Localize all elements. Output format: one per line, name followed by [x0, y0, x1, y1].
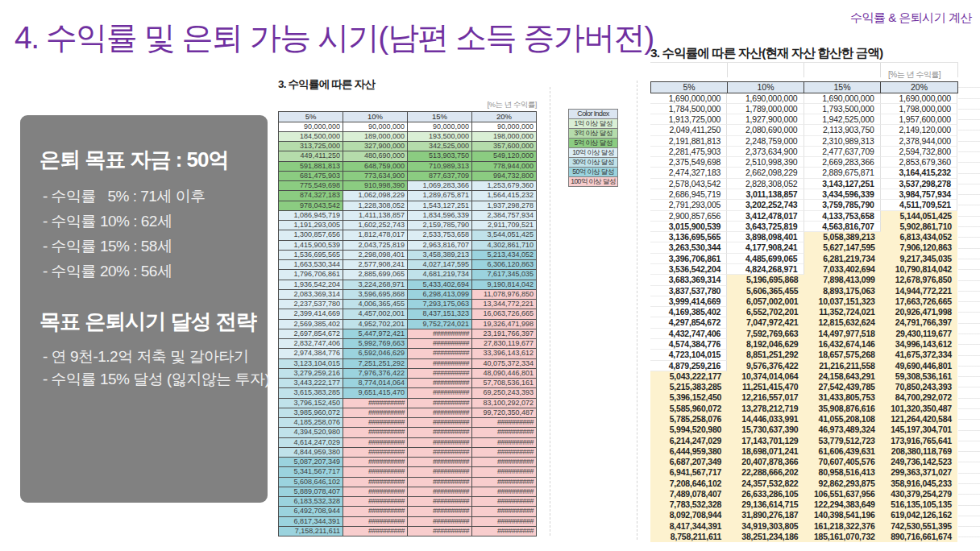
- table-cell: 890,716,661,674: [881, 532, 957, 542]
- table-row: 8,092,708,94431,890,276,187140,398,541,1…: [650, 510, 958, 520]
- table-cell: 5,889,078,407: [279, 487, 343, 497]
- table-cell: 1,793,500,000: [804, 104, 881, 114]
- table-cell: 8,192,046,629: [727, 339, 804, 350]
- list-item: - 수익률 5% : 71세 이후: [43, 184, 260, 209]
- table-row: 3,615,383,2859,651,415,470##########69,2…: [279, 388, 537, 398]
- table-cell: 7,783,532,328: [650, 499, 727, 510]
- table-cell: 1,812,478,017: [343, 230, 408, 240]
- table-cell: 1,086,945,719: [279, 211, 343, 221]
- table-cell: 3,279,259,216: [279, 369, 343, 379]
- table-cell: 327,900,000: [343, 142, 408, 151]
- table-row: 7,158,211,611###########################…: [279, 527, 537, 536]
- table-cell: ##########: [408, 487, 472, 497]
- table-cell: 1,784,500,000: [650, 104, 727, 114]
- table-cell: 5,608,646,102: [279, 478, 343, 487]
- table-cell: 358,916,045,233: [881, 478, 957, 489]
- table-cell: 29,136,614,715: [727, 499, 804, 510]
- retirement-age-list: - 수익률 5% : 71세 이후 - 수익률 10% : 62세 - 수익률 …: [43, 184, 260, 284]
- table-row: 2,578,043,5422,828,308,0523,143,127,2513…: [650, 179, 958, 189]
- table-row: 3,683,369,3145,196,695,8687,898,413,0991…: [650, 275, 958, 285]
- table-cell: 2,159,785,790: [408, 221, 472, 230]
- table-row: 3,796,152,450####################83,100,…: [279, 399, 537, 408]
- table-cell: 20,407,878,366: [727, 457, 804, 467]
- table-cell: 29,430,119,677: [881, 329, 957, 339]
- table-row: 1,536,695,5652,298,098,4013,458,389,2135…: [279, 251, 537, 260]
- table-cell: 53,779,512,723: [804, 436, 881, 446]
- table-row: 8,417,344,39134,919,303,805161,218,322,3…: [650, 521, 958, 532]
- table-cell: 2,149,120,000: [881, 125, 957, 135]
- page-break-line: [637, 81, 637, 540]
- table-cell: 5,992,769,663: [343, 339, 408, 349]
- table-cell: 5,215,383,285: [650, 382, 727, 392]
- strategy-list: - 연 9천-1.2억 저축 및 갈아타기 - 수익률 15% 달성 (잃지않는…: [43, 346, 260, 391]
- table-cell: 3,643,725,819: [727, 222, 804, 232]
- table-cell: 6,813,434,052: [881, 232, 957, 242]
- table-row: 4,185,258,076###########################…: [279, 418, 537, 428]
- table-row: 4,394,520,980###########################…: [279, 428, 537, 437]
- table-cell: ##########: [343, 478, 408, 487]
- table-cell: 7,033,402,694: [804, 264, 881, 275]
- table-cell: 24,158,643,291: [804, 371, 881, 382]
- table-cell: ##########: [472, 478, 537, 487]
- column-header: 10%: [728, 82, 804, 93]
- table-row: 1,086,945,7191,411,138,8571,834,596,3392…: [279, 211, 537, 221]
- table-cell: 1,602,252,743: [343, 221, 408, 230]
- table-cell: 5,994,520,980: [650, 425, 727, 435]
- table-cell: 2,578,043,542: [650, 179, 727, 189]
- table-cell: 4,511,709,521: [881, 200, 957, 210]
- table-cell: 5,196,695,868: [727, 275, 804, 285]
- table-cell: 3,458,389,213: [408, 251, 472, 260]
- table-cell: 681,475,903: [279, 172, 343, 181]
- table-cell: 14,944,772,221: [881, 286, 957, 296]
- table-cell: 8,437,151,323: [408, 309, 472, 319]
- table-cell: 6,057,002,001: [727, 296, 804, 307]
- table-cell: 5,627,147,595: [804, 242, 881, 253]
- table-cell: 516,135,105,135: [881, 499, 957, 510]
- table-cell: 4,457,002,001: [343, 309, 408, 319]
- strategy-heading: 목표 은퇴시기 달성 전략: [39, 308, 260, 336]
- table-row: 4,723,104,0158,851,251,29218,657,575,268…: [650, 350, 958, 360]
- table-cell: 1,690,000,000: [650, 93, 727, 104]
- table-cell: 161,218,322,376: [804, 521, 881, 532]
- table-cell: 12,815,632,624: [804, 317, 881, 328]
- table-cell: 1,913,725,000: [650, 114, 727, 125]
- table-cell: 106,551,637,956: [804, 489, 881, 499]
- table-cell: 5,433,402,694: [408, 280, 472, 290]
- table-cell: ##########: [408, 349, 472, 358]
- table-cell: 5,144,051,425: [881, 211, 957, 222]
- table-cell: 4,952,702,201: [343, 320, 408, 329]
- legend-item: 1억 이상 달성: [569, 119, 617, 129]
- table-cell: 3,759,785,790: [804, 200, 881, 210]
- table-cell: 173,916,765,641: [881, 436, 957, 446]
- table-cell: 2,686,945,719: [650, 189, 727, 200]
- table-row: 775,549,698910,998,3901,069,283,3661,253…: [279, 181, 537, 191]
- table-row: 1,663,530,3442,577,908,2414,027,147,5956…: [279, 260, 537, 270]
- table-cell: 4,681,219,734: [408, 270, 472, 280]
- table-row: 5,396,152,45012,216,557,01731,433,805,75…: [650, 392, 958, 403]
- table-row: 7,489,078,40726,633,286,105106,551,637,9…: [650, 489, 958, 499]
- table-cell: 1,415,900,539: [279, 241, 343, 251]
- combined-asset-table-unit-note: [%는 년 수익률]: [650, 69, 958, 81]
- table-cell: 2,889,675,871: [804, 168, 881, 178]
- table-cell: 122,294,383,649: [804, 499, 881, 510]
- table-row: 1,913,725,0001,927,900,0001,942,525,0001…: [650, 114, 958, 125]
- table-cell: 40,075,372,334: [472, 359, 537, 369]
- table-cell: ##########: [408, 497, 472, 507]
- table-cell: 5,087,207,349: [279, 458, 343, 467]
- table-cell: 6,592,046,629: [343, 349, 408, 358]
- table-row: 90,000,00090,000,00090,000,00090,000,000: [279, 122, 537, 132]
- table-cell: 7,293,175,063: [408, 300, 472, 309]
- table-cell: 49,690,446,801: [881, 361, 957, 371]
- table-cell: 10,790,814,042: [881, 264, 957, 275]
- table-cell: 3,544,051,425: [472, 230, 537, 240]
- table-cell: 9,217,345,035: [881, 254, 957, 264]
- table-cell: 18,657,575,268: [804, 350, 881, 360]
- table-cell: 3,837,537,780: [650, 286, 727, 296]
- table-cell: 193,500,000: [408, 132, 472, 142]
- table-cell: 1,663,530,344: [279, 260, 343, 270]
- table-cell: 2,237,537,780: [279, 300, 343, 309]
- table-cell: 90,000,000: [279, 122, 343, 132]
- table-cell: 4,302,861,710: [472, 241, 537, 251]
- table-row: 4,844,959,380###########################…: [279, 448, 537, 458]
- table-cell: ##########: [408, 448, 472, 458]
